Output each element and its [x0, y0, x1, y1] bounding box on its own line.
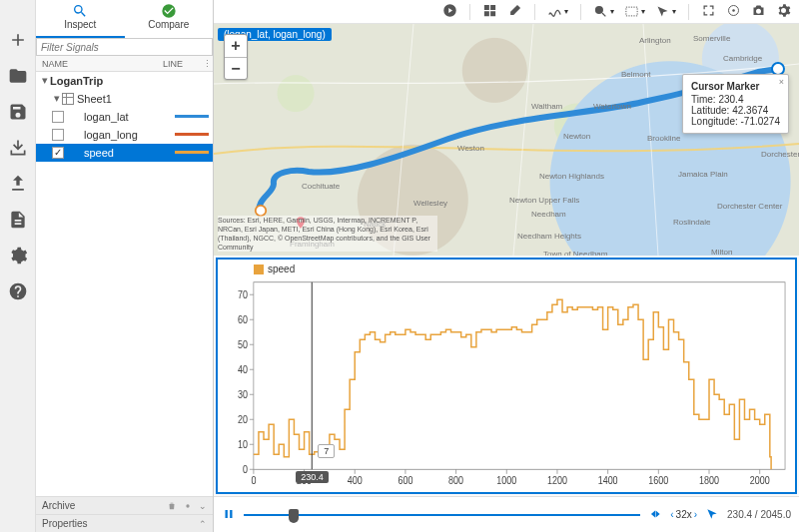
signal-checkbox[interactable]	[52, 129, 64, 141]
map-pane[interactable]: (logan_lat, logan_long) + − CambridgeSom…	[214, 24, 799, 256]
tree-root-row[interactable]: ▾ LoganTrip	[36, 72, 213, 90]
zoom-dropdown[interactable]: ▾	[593, 4, 614, 19]
playback-speed-label: 32x	[676, 509, 692, 520]
slider-thumb[interactable]	[289, 509, 299, 523]
svg-text:1000: 1000	[496, 474, 516, 486]
settings-icon[interactable]	[776, 3, 791, 20]
svg-text:800: 800	[448, 474, 463, 486]
map-place-label: Town of Needham	[543, 250, 607, 256]
pause-button[interactable]	[222, 507, 236, 523]
svg-text:60: 60	[238, 313, 248, 325]
map-place-label: Roslindale	[673, 218, 710, 227]
map-place-label: Watertown	[593, 102, 631, 111]
save-icon[interactable]	[8, 102, 28, 124]
map-place-label: Needham	[531, 210, 566, 219]
app-icon-rail	[0, 0, 36, 532]
map-place-label: Arlington	[639, 36, 671, 45]
folder-icon[interactable]	[8, 66, 28, 88]
tree-signal-row[interactable]: ✓ speed	[36, 144, 213, 162]
svg-text:1800: 1800	[699, 474, 719, 486]
map-place-label: Cochituate	[302, 182, 340, 191]
document-icon[interactable]	[8, 210, 28, 232]
fit-icon[interactable]	[701, 3, 716, 20]
target-icon[interactable]	[726, 3, 741, 20]
tooltip-close-button[interactable]: ×	[779, 77, 784, 87]
column-menu-icon[interactable]: ⋮	[203, 59, 213, 69]
region-dropdown[interactable]: ▾	[624, 4, 645, 19]
play-circle-icon[interactable]	[442, 3, 457, 20]
chevron-down-icon: ⌄	[199, 501, 207, 511]
trash-icon[interactable]	[167, 501, 177, 511]
map-place-label: Brookline	[647, 134, 680, 143]
zoom-out-button[interactable]: −	[225, 57, 247, 79]
svg-text:70: 70	[238, 288, 248, 300]
compare-tab[interactable]: Compare	[125, 0, 214, 38]
chart-pane[interactable]: speed 0102030405060700200400600800100012…	[216, 258, 797, 494]
gear-icon[interactable]	[8, 246, 28, 267]
properties-panel-toggle[interactable]: Properties ⌃	[36, 514, 213, 532]
signal-line-swatch	[175, 151, 209, 154]
map-place-label: Newton Highlands	[539, 172, 604, 181]
map-place-label: Belmont	[621, 70, 650, 79]
tree-signal-row[interactable]: logan_long	[36, 126, 213, 144]
tree-sheet-row[interactable]: ▾ Sheet1	[36, 90, 213, 108]
zoom-in-button[interactable]: +	[225, 35, 247, 57]
time-slider[interactable]	[244, 507, 640, 523]
add-icon[interactable]	[8, 30, 28, 52]
map-place-label: Wellesley	[413, 199, 447, 208]
svg-point-2	[256, 206, 267, 217]
chart-svg: 0102030405060700200400600800100012001400…	[218, 260, 795, 492]
svg-text:10: 10	[238, 438, 248, 450]
signal-style-dropdown[interactable]: ▾	[547, 4, 568, 19]
svg-text:0: 0	[243, 463, 248, 475]
svg-rect-41	[254, 282, 785, 470]
camera-icon[interactable]	[751, 3, 766, 20]
inspect-tab-label: Inspect	[36, 19, 125, 30]
eraser-icon[interactable]	[507, 3, 522, 20]
svg-text:50: 50	[238, 338, 248, 350]
map-place-label: Somerville	[693, 34, 730, 43]
archive-panel-toggle[interactable]: Archive ⌄	[36, 496, 213, 514]
map-place-label: Waltham	[531, 102, 562, 111]
signal-tree: ▾ LoganTrip ▾ Sheet1 logan_lat logan_lon…	[36, 72, 213, 496]
cursor-arrow-icon	[705, 507, 719, 523]
chevron-up-icon: ⌃	[199, 519, 207, 529]
map-place-label: Cambridge	[723, 54, 762, 63]
step-back-button[interactable]	[648, 507, 662, 523]
tree-signal-row[interactable]: logan_lat	[36, 108, 213, 126]
map-place-label: Newton	[563, 132, 590, 141]
svg-text:40: 40	[238, 363, 248, 375]
signal-panel: Inspect Compare NAME LINE ⋮ ▾ LoganTrip …	[36, 0, 214, 532]
tooltip-title: Cursor Marker	[691, 81, 780, 92]
cursor-y-label: 7	[318, 444, 335, 458]
gear-small-icon[interactable]	[183, 501, 193, 511]
export-icon[interactable]	[8, 174, 28, 196]
grid-icon[interactable]	[482, 3, 497, 20]
map-place-label: Milton	[711, 248, 732, 256]
search-icon	[72, 3, 88, 19]
signal-checkbox[interactable]	[52, 111, 64, 123]
tree-sheet-label: Sheet1	[77, 93, 213, 105]
main-area: ▾ ▾ ▾ ▾ (logan_lat, logan_long) + − Camb…	[214, 0, 799, 532]
playback-speed-control[interactable]: ‹ 32x ›	[670, 509, 697, 520]
plot-toolbar: ▾ ▾ ▾ ▾	[214, 0, 799, 24]
map-place-label: Dorchester Bay	[761, 150, 799, 159]
check-circle-icon	[161, 3, 177, 19]
signal-checkbox[interactable]: ✓	[52, 147, 64, 159]
help-icon[interactable]	[8, 281, 28, 303]
inspect-tab[interactable]: Inspect	[36, 0, 125, 38]
import-icon[interactable]	[8, 138, 28, 160]
signal-line-swatch	[175, 133, 209, 136]
signal-label: speed	[84, 147, 175, 159]
cursor-tooltip: × Cursor Marker Time: 230.4 Latitude: 42…	[682, 74, 789, 134]
map-place-label: Newton Upper Falls	[509, 196, 579, 205]
signal-line-swatch	[175, 115, 209, 118]
filter-signals-input[interactable]	[36, 38, 213, 56]
cursor-x-label: 230.4	[296, 471, 329, 483]
playback-bar: ‹ 32x › 230.4 / 2045.0	[214, 496, 799, 532]
signal-label: logan_long	[84, 129, 175, 141]
column-name-header: NAME	[42, 59, 163, 69]
cursor-dropdown[interactable]: ▾	[655, 4, 676, 19]
legend-label: speed	[268, 264, 295, 274]
svg-text:0: 0	[251, 474, 256, 486]
